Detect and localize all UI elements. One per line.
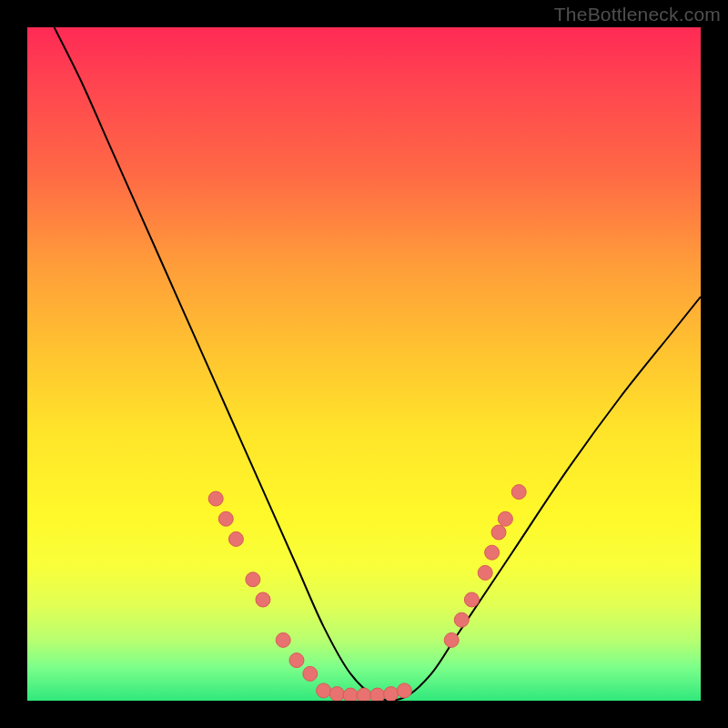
chart-stage: TheBottleneck.com (0, 0, 728, 728)
data-dot (498, 511, 512, 526)
data-dot (228, 531, 243, 546)
data-dot (464, 592, 479, 607)
data-dot (478, 565, 492, 580)
data-dot (289, 653, 304, 668)
data-dot (246, 572, 260, 587)
right-arm-dots (444, 485, 526, 648)
bottleneck-curve (55, 27, 701, 701)
watermark-text: TheBottleneck.com (554, 4, 721, 25)
data-dot (256, 592, 270, 607)
data-dot (218, 511, 233, 526)
left-arm-dots (208, 491, 318, 681)
data-dot (357, 688, 371, 701)
data-dot (444, 632, 459, 647)
data-dot (276, 632, 290, 647)
data-dot (397, 683, 411, 698)
chart-overlay (27, 27, 701, 701)
data-dot (317, 683, 331, 698)
data-dot (511, 485, 526, 500)
data-dot (208, 491, 223, 506)
data-dot (491, 525, 506, 540)
data-dot (343, 688, 358, 701)
data-dot (303, 666, 318, 681)
data-dot (384, 687, 399, 701)
data-dot (485, 545, 500, 560)
data-dot (454, 612, 469, 627)
data-dot (370, 688, 385, 701)
data-dot (329, 687, 344, 701)
minimum-dots (317, 683, 412, 701)
plot-area (27, 27, 701, 701)
